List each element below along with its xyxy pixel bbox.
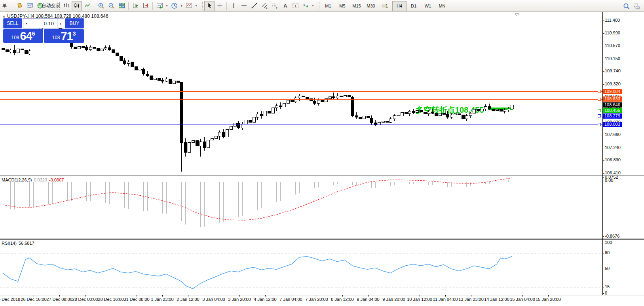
price-tick-label: 111.400 xyxy=(605,18,620,23)
rsi-name: RSI(14) xyxy=(2,241,17,246)
volume-decrease-button[interactable]: ▼ xyxy=(23,18,30,28)
price-line-label[interactable]: 108.455 xyxy=(603,108,622,113)
volume-stepper: ▼ ▲ xyxy=(23,18,64,28)
macd-value-signal: -0.0307 xyxy=(49,178,64,182)
rsi-label: RSI(14)56.6817 xyxy=(2,241,34,246)
sell-price-big: 64 xyxy=(20,30,32,43)
time-axis-label: 8 Jan 12:00 xyxy=(331,297,354,302)
time-axis-label: 15 Jan 20:00 xyxy=(536,297,561,302)
time-axis-label: 27 Dec 08:00 xyxy=(46,297,72,302)
time-axis-label: 7 Jan 20:00 xyxy=(305,297,328,302)
rsi-axis-label: 0 xyxy=(605,291,607,295)
sell-button[interactable]: SELL xyxy=(3,18,22,28)
price-tick-label: 109.740 xyxy=(605,68,621,73)
time-axis-label: 28 Dec 00:00 xyxy=(72,297,98,302)
volume-input[interactable] xyxy=(30,18,57,28)
time-axis-label: 31 Dec 08:00 xyxy=(123,297,149,302)
time-axis-label: 15 Jan 04:00 xyxy=(510,297,535,302)
price-tick-label: 110.150 xyxy=(605,56,620,61)
one-click-panel: SELL ▼ ▲ BUY 108 64 6 108 71 3 xyxy=(3,18,84,43)
chart-canvas[interactable]: 多空转折点108.455 xyxy=(0,0,644,306)
one-click-collapse-icon[interactable]: ▲ xyxy=(2,15,6,18)
macd-label: MACD(12,26,9)0.0323-0.0307 xyxy=(2,178,64,182)
macd-axis-label: 0.00 xyxy=(605,178,613,183)
time-axis-label: 9 Jan 20:00 xyxy=(382,297,405,302)
sell-price-prefix: 108 xyxy=(11,35,19,40)
terminal-window: 单自动交易▾▾▾EFAT▾M1M5M15M30H1H4D1W1MN 多空转折点1… xyxy=(0,0,644,306)
time-axis-label: 2 Jan 12:00 xyxy=(177,297,199,302)
buy-price-prefix: 108 xyxy=(52,35,60,40)
axis-ticks xyxy=(8,21,605,297)
price-tick-label: 107.240 xyxy=(605,145,621,150)
price-tick-label: 110.570 xyxy=(605,43,620,48)
rsi-axis-label: 50 xyxy=(605,266,610,271)
macd-axis-label: -0.8676 xyxy=(605,234,619,238)
sell-price-sup: 6 xyxy=(32,30,35,37)
buy-price-big: 71 xyxy=(61,30,72,43)
time-axis-label: 10 Jan 12:00 xyxy=(407,297,432,302)
time-axis-label: 11 Jan 04:00 xyxy=(433,297,458,302)
time-axis-label: 3 Jan 04:00 xyxy=(202,297,225,302)
rsi-value: 56.6817 xyxy=(19,241,34,246)
time-axis-label: 3 Jan 20:00 xyxy=(228,297,251,302)
time-axis-label: 7 Jan 04:00 xyxy=(279,297,302,302)
price-tick-label: 110.990 xyxy=(605,30,620,35)
time-axis-label: 9 Jan 04:00 xyxy=(357,297,380,302)
rsi-axis-label: 80 xyxy=(605,250,610,255)
time-axis-label: 26 Dec 2018 xyxy=(0,297,20,302)
pane-separator-rsi[interactable] xyxy=(0,238,644,240)
buy-price[interactable]: 108 71 3 xyxy=(44,29,84,43)
chart-shift-marker[interactable] xyxy=(515,13,519,17)
time-axis-label: 14 Jan 12:00 xyxy=(484,297,509,302)
time-axis-label: 13 Jan 23:00 xyxy=(458,297,484,302)
buy-price-sup: 3 xyxy=(73,30,76,37)
pane-separator-macd[interactable] xyxy=(0,176,644,177)
current-price-label[interactable]: 108.646 xyxy=(603,102,622,108)
price-line-label[interactable]: 109.084 xyxy=(603,89,622,94)
time-axis-label: 1 Jan 23:00 xyxy=(151,297,174,302)
rsi-axis-label: 100 xyxy=(605,240,612,245)
sell-price[interactable]: 108 64 6 xyxy=(3,29,43,43)
price-line-label[interactable]: 108.279 xyxy=(603,113,622,119)
macd-name: MACD(12,26,9) xyxy=(2,178,32,182)
time-axis-label: 26 Dec 16:00 xyxy=(21,297,46,302)
macd-histogram xyxy=(3,177,512,229)
price-tick-label: 106.830 xyxy=(605,157,621,162)
price-tick-label: 107.660 xyxy=(605,132,621,137)
time-axis-label: 28 Dec 16:00 xyxy=(98,297,123,302)
volume-increase-button[interactable]: ▲ xyxy=(57,18,64,28)
rsi-axis-label: 15 xyxy=(605,284,610,289)
price-line-label[interactable]: 108.833 xyxy=(603,96,622,102)
macd-value-main: 0.0323 xyxy=(34,178,47,182)
time-axis-label: 4 Jan 12:00 xyxy=(254,297,277,302)
rsi-line xyxy=(3,256,512,289)
price-line-label[interactable]: 108.003 xyxy=(603,122,622,127)
price-tick-label: 109.320 xyxy=(605,81,621,86)
buy-button[interactable]: BUY xyxy=(65,18,84,28)
